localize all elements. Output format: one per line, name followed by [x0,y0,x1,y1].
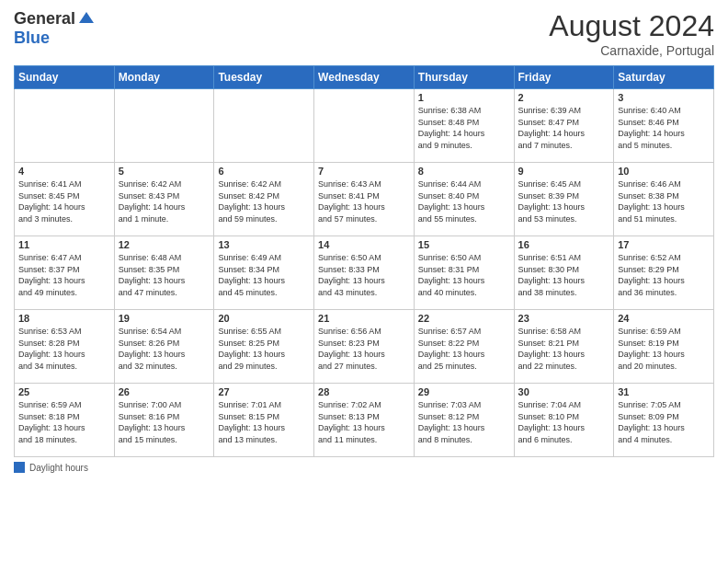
col-sunday: Sunday [15,66,115,89]
day-number: 4 [18,166,110,177]
table-row: 2Sunrise: 6:39 AM Sunset: 8:47 PM Daylig… [514,89,614,163]
calendar-header-row: Sunday Monday Tuesday Wednesday Thursday… [15,66,714,89]
day-number: 30 [518,386,610,397]
table-row: 5Sunrise: 6:42 AM Sunset: 8:43 PM Daylig… [114,163,214,236]
day-info: Sunrise: 6:40 AM Sunset: 8:46 PM Dayligh… [618,105,710,151]
col-wednesday: Wednesday [314,66,415,89]
table-row: 29Sunrise: 7:03 AM Sunset: 8:12 PM Dayli… [414,384,514,457]
day-number: 17 [618,239,710,250]
logo-blue-text: Blue [14,29,50,48]
day-info: Sunrise: 6:46 AM Sunset: 8:38 PM Dayligh… [618,178,710,224]
day-number: 13 [218,239,310,250]
day-info: Sunrise: 6:52 AM Sunset: 8:29 PM Dayligh… [618,252,710,298]
day-info: Sunrise: 6:42 AM Sunset: 8:42 PM Dayligh… [218,178,310,224]
calendar-week-row: 25Sunrise: 6:59 AM Sunset: 8:18 PM Dayli… [15,384,714,457]
table-row: 28Sunrise: 7:02 AM Sunset: 8:13 PM Dayli… [314,384,415,457]
table-row: 4Sunrise: 6:41 AM Sunset: 8:45 PM Daylig… [15,163,115,236]
day-number: 16 [518,239,610,250]
table-row: 14Sunrise: 6:50 AM Sunset: 8:33 PM Dayli… [314,236,415,310]
day-info: Sunrise: 6:45 AM Sunset: 8:39 PM Dayligh… [518,178,610,224]
day-info: Sunrise: 7:02 AM Sunset: 8:13 PM Dayligh… [318,399,410,445]
day-info: Sunrise: 6:48 AM Sunset: 8:35 PM Dayligh… [119,252,210,298]
table-row: 18Sunrise: 6:53 AM Sunset: 8:28 PM Dayli… [15,310,115,384]
table-row [314,89,415,163]
day-info: Sunrise: 7:00 AM Sunset: 8:16 PM Dayligh… [119,399,210,445]
day-number: 8 [418,166,510,177]
table-row: 10Sunrise: 6:46 AM Sunset: 8:38 PM Dayli… [614,163,714,236]
day-info: Sunrise: 6:39 AM Sunset: 8:47 PM Dayligh… [518,105,610,151]
day-number: 29 [418,386,510,397]
day-info: Sunrise: 6:56 AM Sunset: 8:23 PM Dayligh… [318,326,410,372]
col-friday: Friday [514,66,614,89]
footer-label: Daylight hours [29,463,88,473]
day-number: 10 [618,166,710,177]
col-tuesday: Tuesday [214,66,314,89]
table-row [114,89,214,163]
day-info: Sunrise: 6:55 AM Sunset: 8:25 PM Dayligh… [218,326,310,372]
day-info: Sunrise: 6:41 AM Sunset: 8:45 PM Dayligh… [18,178,110,224]
day-info: Sunrise: 6:54 AM Sunset: 8:26 PM Dayligh… [119,326,210,372]
day-number: 3 [618,92,710,103]
logo: General Blue [14,9,96,48]
day-info: Sunrise: 6:44 AM Sunset: 8:40 PM Dayligh… [418,178,510,224]
calendar-table: Sunday Monday Tuesday Wednesday Thursday… [14,65,714,457]
day-number: 27 [218,386,310,397]
table-row: 31Sunrise: 7:05 AM Sunset: 8:09 PM Dayli… [614,384,714,457]
day-number: 1 [418,92,510,103]
day-number: 25 [18,386,110,397]
col-saturday: Saturday [614,66,714,89]
calendar-week-row: 11Sunrise: 6:47 AM Sunset: 8:37 PM Dayli… [15,236,714,310]
day-number: 11 [18,239,110,250]
table-row: 1Sunrise: 6:38 AM Sunset: 8:48 PM Daylig… [414,89,514,163]
table-row: 30Sunrise: 7:04 AM Sunset: 8:10 PM Dayli… [514,384,614,457]
page: General Blue August 2024 Carnaxide, Port… [0,0,728,563]
calendar-week-row: 4Sunrise: 6:41 AM Sunset: 8:45 PM Daylig… [15,163,714,236]
table-row: 27Sunrise: 7:01 AM Sunset: 8:15 PM Dayli… [214,384,314,457]
table-row: 9Sunrise: 6:45 AM Sunset: 8:39 PM Daylig… [514,163,614,236]
table-row: 21Sunrise: 6:56 AM Sunset: 8:23 PM Dayli… [314,310,415,384]
table-row: 17Sunrise: 6:52 AM Sunset: 8:29 PM Dayli… [614,236,714,310]
table-row: 20Sunrise: 6:55 AM Sunset: 8:25 PM Dayli… [214,310,314,384]
table-row: 23Sunrise: 6:58 AM Sunset: 8:21 PM Dayli… [514,310,614,384]
day-number: 22 [418,313,510,324]
day-number: 5 [119,166,210,177]
day-number: 24 [618,313,710,324]
day-info: Sunrise: 6:38 AM Sunset: 8:48 PM Dayligh… [418,105,510,151]
calendar-week-row: 18Sunrise: 6:53 AM Sunset: 8:28 PM Dayli… [15,310,714,384]
month-title: August 2024 [549,9,714,43]
logo-icon [77,10,96,29]
table-row: 16Sunrise: 6:51 AM Sunset: 8:30 PM Dayli… [514,236,614,310]
svg-marker-0 [79,12,94,23]
table-row: 12Sunrise: 6:48 AM Sunset: 8:35 PM Dayli… [114,236,214,310]
day-number: 18 [18,313,110,324]
day-info: Sunrise: 6:49 AM Sunset: 8:34 PM Dayligh… [218,252,310,298]
table-row [15,89,115,163]
table-row: 3Sunrise: 6:40 AM Sunset: 8:46 PM Daylig… [614,89,714,163]
footer: Daylight hours [14,462,714,473]
table-row: 24Sunrise: 6:59 AM Sunset: 8:19 PM Dayli… [614,310,714,384]
day-info: Sunrise: 6:50 AM Sunset: 8:31 PM Dayligh… [418,252,510,298]
table-row: 11Sunrise: 6:47 AM Sunset: 8:37 PM Dayli… [15,236,115,310]
header: General Blue August 2024 Carnaxide, Port… [14,9,714,58]
table-row: 22Sunrise: 6:57 AM Sunset: 8:22 PM Dayli… [414,310,514,384]
day-number: 19 [119,313,210,324]
table-row: 8Sunrise: 6:44 AM Sunset: 8:40 PM Daylig… [414,163,514,236]
day-number: 28 [318,386,410,397]
day-number: 9 [518,166,610,177]
table-row: 13Sunrise: 6:49 AM Sunset: 8:34 PM Dayli… [214,236,314,310]
table-row: 6Sunrise: 6:42 AM Sunset: 8:42 PM Daylig… [214,163,314,236]
day-info: Sunrise: 6:58 AM Sunset: 8:21 PM Dayligh… [518,326,610,372]
day-info: Sunrise: 7:05 AM Sunset: 8:09 PM Dayligh… [618,399,710,445]
day-info: Sunrise: 7:04 AM Sunset: 8:10 PM Dayligh… [518,399,610,445]
day-info: Sunrise: 6:57 AM Sunset: 8:22 PM Dayligh… [418,326,510,372]
day-number: 15 [418,239,510,250]
day-number: 23 [518,313,610,324]
table-row: 19Sunrise: 6:54 AM Sunset: 8:26 PM Dayli… [114,310,214,384]
table-row: 25Sunrise: 6:59 AM Sunset: 8:18 PM Dayli… [15,384,115,457]
calendar-week-row: 1Sunrise: 6:38 AM Sunset: 8:48 PM Daylig… [15,89,714,163]
col-monday: Monday [114,66,214,89]
col-thursday: Thursday [414,66,514,89]
day-number: 14 [318,239,410,250]
day-info: Sunrise: 7:01 AM Sunset: 8:15 PM Dayligh… [218,399,310,445]
day-number: 7 [318,166,410,177]
